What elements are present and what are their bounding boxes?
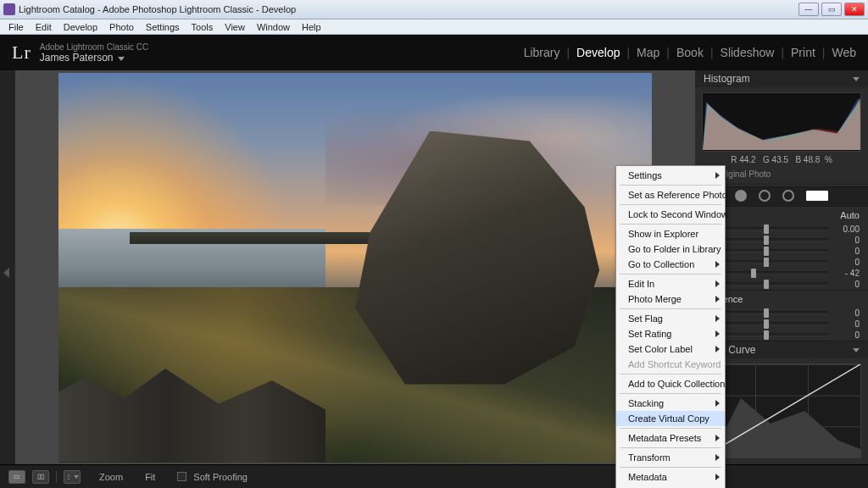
context-menu-separator [620,224,721,225]
context-item-metadata-presets[interactable]: Metadata Presets [616,430,725,446]
context-item-add-shortcut-keyword: Add Shortcut Keyword [616,357,725,372]
toolbar-extra-button[interactable]: ⋮ [64,470,81,484]
module-library[interactable]: Library [524,46,560,59]
menu-develop[interactable]: Develop [58,21,103,33]
profile-swatch[interactable] [806,191,828,201]
left-panel-collapsed[interactable] [0,70,15,464]
submenu-arrow-icon [715,435,720,441]
develop-image[interactable] [58,73,652,463]
loupe-view-button[interactable]: ▭ [8,470,25,484]
context-menu-separator [620,185,721,186]
context-item-add-to-quick-collection[interactable]: Add to Quick Collection [616,376,725,391]
menu-photo[interactable]: Photo [104,21,139,33]
context-item-export[interactable]: Export [616,485,725,488]
before-after-button[interactable]: ▯▯ [32,470,49,484]
svg-marker-3 [703,98,860,150]
context-item-set-rating[interactable]: Set Rating [616,326,725,341]
menu-help[interactable]: Help [297,21,326,33]
module-print[interactable]: Print [791,46,815,59]
module-web[interactable]: Web [832,46,856,59]
tone-curve-graph[interactable] [702,363,861,458]
context-menu-separator [620,467,721,468]
submenu-arrow-icon [715,172,720,179]
menu-edit[interactable]: Edit [31,21,57,33]
module-map[interactable]: Map [637,46,659,59]
menu-view[interactable]: View [220,21,250,33]
module-book[interactable]: Book [676,46,704,59]
auto-button[interactable]: Auto [840,210,860,220]
submenu-arrow-icon [715,261,720,268]
soft-proofing-checkbox[interactable] [177,472,186,481]
chevron-down-icon [118,57,125,61]
develop-toolbar: ▭ ▯▯ ⋮ Zoom Fit Soft Proofing [0,464,868,488]
submenu-arrow-icon [715,296,720,302]
chevron-down-icon [853,348,860,352]
image-viewer[interactable] [15,70,695,464]
zoom-fit[interactable]: Fit [145,472,155,482]
context-item-create-virtual-copy[interactable]: Create Virtual Copy [616,411,725,426]
context-item-photo-merge[interactable]: Photo Merge [616,291,725,307]
submenu-arrow-icon [715,346,720,352]
soft-proofing-label: Soft Proofing [193,472,248,482]
context-item-settings[interactable]: Settings [616,168,725,183]
context-menu-separator [620,447,721,448]
context-item-set-flag[interactable]: Set Flag [616,311,725,326]
histogram-display[interactable] [702,92,861,152]
user-name: James Paterson [40,52,114,64]
svg-line-5 [703,364,860,458]
minimize-button[interactable]: — [798,3,819,16]
menu-tools[interactable]: Tools [186,21,219,33]
chevron-down-icon [853,77,860,81]
context-menu-separator [620,393,721,394]
context-item-show-in-explorer[interactable]: Show in Explorer [616,226,725,241]
context-menu-separator [620,428,721,429]
close-button[interactable]: ✕ [844,3,865,16]
treatment-profile-icon[interactable] [782,190,794,202]
submenu-arrow-icon [715,400,720,407]
submenu-arrow-icon [715,330,720,337]
menu-settings[interactable]: Settings [141,21,185,33]
context-item-set-as-reference-photo[interactable]: Set as Reference Photo [616,187,725,202]
app-icon [3,3,15,15]
window-title: Lightroom Catalog - Adobe Photoshop Ligh… [19,4,798,14]
context-item-lock-to-second-window[interactable]: Lock to Second Window [616,207,725,222]
maximize-button[interactable]: ▭ [821,3,842,16]
treatment-color-icon[interactable] [735,190,747,202]
submenu-arrow-icon [715,454,720,461]
module-slideshow[interactable]: Slideshow [721,46,775,59]
zoom-label: Zoom [99,472,123,482]
identity-plate[interactable]: Adobe Lightroom Classic CC James Paterso… [40,42,148,63]
context-item-stacking[interactable]: Stacking [616,396,725,411]
menu-file[interactable]: File [3,21,29,33]
context-menu-separator [620,204,721,205]
menu-window[interactable]: Window [252,21,295,33]
context-item-transform[interactable]: Transform [616,450,725,465]
context-menu-separator [620,274,721,274]
menu-bar: File Edit Develop Photo Settings Tools V… [0,19,868,35]
lr-logo: Lr [12,42,31,64]
submenu-arrow-icon [715,280,720,287]
window-titlebar: Lightroom Catalog - Adobe Photoshop Ligh… [0,0,868,19]
submenu-arrow-icon [715,315,720,322]
context-menu-separator [620,374,721,374]
module-picker-bar: Lr Adobe Lightroom Classic CC James Pate… [0,35,868,70]
histogram-title: Histogram [704,73,750,85]
context-menu-separator [620,308,721,309]
context-item-metadata[interactable]: Metadata [616,469,725,485]
context-item-edit-in[interactable]: Edit In [616,276,725,291]
histogram-header[interactable]: Histogram [695,70,868,87]
module-develop[interactable]: Develop [576,46,620,59]
submenu-arrow-icon [715,474,720,480]
context-item-go-to-folder-in-library[interactable]: Go to Folder in Library [616,241,725,257]
context-item-set-color-label[interactable]: Set Color Label [616,341,725,357]
photo-context-menu: SettingsSet as Reference PhotoLock to Se… [615,165,726,488]
treatment-bw-icon[interactable] [759,190,771,202]
context-item-go-to-collection[interactable]: Go to Collection [616,257,725,272]
expand-left-icon [3,268,9,278]
